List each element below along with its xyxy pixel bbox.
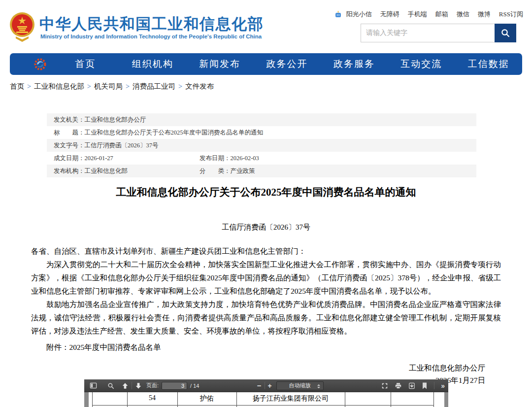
more-tools-button[interactable]: »: [441, 382, 445, 390]
select-arrows-icon: [317, 384, 320, 388]
toolbar-separator: [132, 382, 132, 389]
meta-value: 工业和信息化部: [85, 168, 128, 174]
article-body: 各省、自治区、直辖市及计划单列市、新疆生产建设兵团工业和信息化主管部门： 为深入…: [31, 244, 501, 386]
printer-icon: [395, 382, 402, 389]
search-in-document-icon: [107, 382, 114, 389]
breadcrumb-miit[interactable]: 工业和信息化部: [34, 82, 84, 90]
presentation-mode-button[interactable]: [381, 382, 388, 389]
nav-item-organization[interactable]: 组织机构: [119, 58, 186, 70]
breadcrumb-separator: >: [27, 82, 31, 90]
table-cell-brand: 护佑: [177, 394, 236, 403]
meta-label: 发布日期：: [200, 155, 231, 162]
download-icon: [408, 382, 415, 389]
site-title: 中华人民共和国工业和信息化部: [39, 14, 264, 34]
download-button[interactable]: [408, 382, 415, 389]
search-input[interactable]: [361, 24, 495, 42]
top-link-wechat[interactable]: 微信: [457, 10, 469, 19]
signature-name: 工业和信息化部办公厅: [31, 362, 485, 374]
article-title: 工业和信息化部办公厅关于公布2025年度中国消费名品名单的通知: [20, 185, 512, 199]
meta-row-publisher-category: 发布机构：工业和信息化部 分 类：产业政策: [47, 165, 476, 177]
zoom-in-button[interactable]: +: [268, 382, 272, 390]
page-label: 页面:: [146, 382, 159, 389]
nav-item-gov-disclosure[interactable]: 政务公开: [253, 58, 320, 70]
main-nav: 首页 组织机构 新闻发布 政务公开 政务服务 互动交流 工信数据: [10, 53, 522, 75]
doc-number: 工信厅消费函〔2026〕37号: [0, 223, 532, 232]
breadcrumb-consumer-goods-dept[interactable]: 消费品工业司: [133, 82, 175, 90]
top-link-rss[interactable]: RSS订阅: [499, 10, 523, 19]
bookmark-button[interactable]: [422, 382, 428, 389]
pdf-page: 54 护佑 扬子江药业集团有限公司: [89, 392, 444, 407]
page-down-button[interactable]: [135, 382, 142, 389]
meta-label: 发布机构：: [54, 168, 85, 174]
meta-row-dates: 成文日期：2026-01-27 发布日期：2026-02-03: [47, 152, 476, 165]
breadcrumb-document-release[interactable]: 文件发布: [185, 82, 214, 90]
bookmark-icon: [422, 382, 428, 389]
meta-value: 工业和信息化部办公厅关于公布2025年度中国消费名品名单的通知: [85, 129, 264, 136]
miit-gear-logo: [33, 58, 47, 71]
top-link-sunshine-assistant[interactable]: 阳光小信: [346, 10, 372, 19]
toolbar-right-tools: »: [381, 382, 445, 390]
pdf-viewer: 页面: / 14 − + 自动缩放: [84, 379, 448, 407]
breadcrumb-home[interactable]: 首页: [10, 82, 24, 90]
print-button[interactable]: [395, 382, 402, 389]
page-count: / 14: [190, 383, 199, 389]
meta-value: 工信厅消费函〔2026〕37号: [85, 142, 159, 149]
zoom-out-button[interactable]: −: [257, 381, 262, 390]
meta-label: 发文机关：: [54, 116, 85, 123]
top-link-mobile[interactable]: 手机端: [408, 10, 427, 19]
toolbar-separator: [434, 382, 434, 389]
table-cell-company: 扬子江药业集团有限公司: [236, 394, 345, 403]
national-emblem-logo: [9, 11, 35, 42]
search-button[interactable]: [495, 24, 516, 42]
meta-value: 产业政策: [231, 168, 255, 174]
meta-label: 分 类：: [200, 168, 231, 174]
meta-label: 成文日期：: [54, 155, 85, 162]
nav-item-miit-data[interactable]: 工信数据: [455, 58, 522, 70]
breadcrumb-separator: >: [87, 82, 91, 90]
toolbar-separator: [265, 382, 265, 389]
breadcrumb-separator: >: [178, 82, 182, 90]
breadcrumb: 首页>工业和信息化部>机关司局>消费品工业司>文件发布: [10, 82, 214, 91]
nav-item-news[interactable]: 新闻发布: [186, 58, 253, 70]
site-subtitle: Ministry of Industry and Information Tec…: [40, 34, 262, 39]
search-icon: [500, 28, 510, 38]
meta-value: 工业和信息化部办公厅: [85, 116, 146, 123]
nav-item-interaction[interactable]: 互动交流: [388, 58, 455, 70]
fullscreen-icon: [381, 382, 388, 389]
top-link-weibo[interactable]: 微博: [478, 10, 491, 19]
pdf-content-area[interactable]: 54 护佑 扬子江药业集团有限公司: [84, 392, 448, 407]
top-links: 阳光小信 无障碍 手机端 邮箱 微信 微博 RSS订阅: [334, 10, 523, 19]
attachment-line: 附件：2025年度中国消费名品名单: [31, 340, 501, 354]
meta-label: 发文字号：: [54, 142, 85, 149]
breadcrumb-departments[interactable]: 机关司局: [94, 82, 123, 90]
paragraph: 鼓励地方加强名品企业宣传推广，加大政策支持力度，加快培育特色优势产业和优质消费品…: [31, 298, 501, 338]
top-link-mail[interactable]: 邮箱: [435, 10, 448, 19]
document-meta-table: 发文机关：工业和信息化部办公厅 标 题：工业和信息化部办公厅关于公布2025年度…: [47, 113, 476, 177]
site-header: 中华人民共和国工业和信息化部 Ministry of Industry and …: [0, 0, 532, 52]
find-button[interactable]: [107, 382, 114, 389]
breadcrumb-separator: >: [126, 82, 130, 90]
zoom-select-value: 自动缩放: [289, 382, 311, 389]
table-cell-number: 54: [127, 394, 177, 402]
page-up-button[interactable]: [122, 382, 129, 389]
nav-item-gov-services[interactable]: 政务服务: [321, 58, 388, 70]
meta-row-issuing-office: 发文机关：工业和信息化部办公厅: [47, 113, 476, 126]
sidebar-toggle-icon: [90, 382, 97, 389]
page-down-icon: [135, 382, 142, 389]
assistant-icon: [334, 11, 342, 18]
page-number-input[interactable]: [162, 382, 187, 390]
meta-row-doc-number: 发文字号：工信厅消费函〔2026〕37号: [47, 139, 476, 152]
page-up-icon: [122, 382, 129, 389]
table-border: [92, 405, 434, 406]
top-link-accessibility[interactable]: 无障碍: [380, 10, 399, 19]
pdf-toolbar: 页面: / 14 − + 自动缩放: [84, 379, 448, 392]
nav-item-home[interactable]: 首页: [52, 58, 119, 70]
search-bar: [361, 24, 516, 42]
sidebar-toggle-button[interactable]: [90, 382, 97, 389]
salutation: 各省、自治区、直辖市及计划单列市、新疆生产建设兵团工业和信息化主管部门：: [31, 244, 501, 258]
meta-value: 2026-02-03: [231, 155, 259, 162]
meta-row-title: 标 题：工业和信息化部办公厅关于公布2025年度中国消费名品名单的通知: [47, 126, 476, 139]
zoom-select[interactable]: 自动缩放: [276, 381, 324, 390]
meta-value: 2026-01-27: [85, 155, 113, 162]
paragraph: 为深入贯彻党的二十大和二十届历次全会精神，加快落实全国新型工业化推进大会工作部署…: [31, 258, 501, 298]
